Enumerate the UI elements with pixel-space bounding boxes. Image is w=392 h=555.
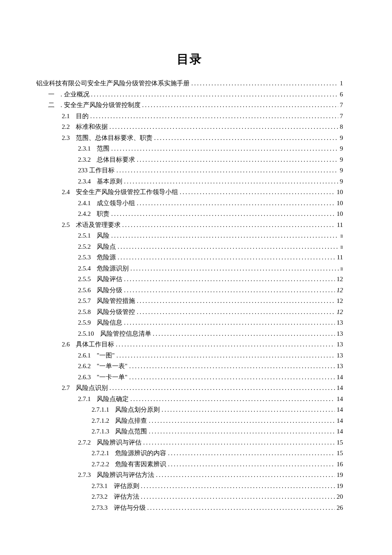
toc-entry-label: 风险信息 — [97, 320, 122, 326]
toc-entry-number: 2.2 — [62, 124, 76, 130]
toc-entry-label: 风险点识别 — [76, 385, 108, 391]
toc-entry-page: 14 — [335, 385, 343, 391]
toc-leader-dots — [122, 178, 338, 185]
toc-leader-dots — [121, 222, 335, 228]
toc-entry-label: "一卡一单" — [97, 374, 127, 381]
toc-leader-dots — [129, 265, 339, 272]
toc-entry-number: 2.4 — [62, 189, 76, 195]
toc-entry-label: 范围 — [97, 145, 110, 152]
toc-entry-page: 12 — [335, 287, 343, 293]
toc-entry-number: 2.5.3 — [78, 254, 97, 261]
toc-entry-label: 评估方法 — [114, 494, 139, 500]
toc-entry-label: 标准和依据 — [76, 124, 108, 130]
toc-entry-page: 10 — [335, 200, 343, 206]
toc-leader-dots — [135, 309, 335, 315]
toc-entry-number: 2.5.8 — [78, 309, 97, 315]
toc-entry-number: 2.3.4 — [78, 178, 97, 185]
toc-entry-number: 2.5.1 — [78, 232, 97, 239]
toc-leader-dots — [129, 396, 335, 402]
toc-entry: 2.7.2.1危险源辨识的内容15 — [36, 450, 343, 456]
toc-entry-page: 19 — [335, 472, 343, 478]
toc-leader-dots — [146, 505, 335, 511]
toc-entry-label: 范围、总体目标要求、职责 — [76, 135, 153, 141]
toc-entry: 2.5.4危险源识别Il — [36, 265, 343, 272]
toc-leader-dots — [135, 200, 335, 206]
toc-entry-label: 风险管控信息清单 — [100, 331, 151, 337]
toc-entry-number: 2.5.7 — [78, 298, 97, 304]
toc-leader-dots — [116, 244, 339, 250]
toc-entry-label: 风险点 — [97, 244, 116, 250]
toc-leader-dots — [115, 352, 335, 359]
toc-entry-number: 2.5 — [62, 222, 76, 228]
toc-entry: 铝业科技有限公司安全生产风险分级管控体系实施手册1 — [36, 80, 343, 87]
toc-entry-label: . 安全生产风险分级管控制度 — [61, 102, 141, 108]
toc-entry-label: 风险辨识与评估方法 — [97, 472, 154, 478]
toc-entry-number: 2.4.1 — [78, 200, 97, 206]
toc-entry: 2.5.9风险信息13 — [36, 320, 343, 326]
toc-entry: 2.7.1.2风险点排查14 — [36, 418, 343, 424]
toc-leader-dots — [139, 483, 335, 489]
toc-entry: 2.3范围、总体目标要求、职责9 — [36, 135, 343, 141]
toc-entry: 2.6.1"一图"13 — [36, 352, 343, 359]
toc-entry-label: 风险点划分原则 — [115, 407, 160, 413]
toc-entry-label: . 企业概况 — [61, 91, 89, 98]
toc-entry-number: 2.6.1 — [78, 352, 97, 359]
toc-entry: 2.7.2.2危险有害因素辨识16 — [36, 461, 343, 468]
toc-entry-label: 评估与分级 — [114, 505, 146, 511]
toc-leader-dots — [141, 439, 335, 446]
toc-leader-dots — [122, 320, 335, 326]
toc-entry-label: 风险 — [97, 232, 110, 239]
toc-leader-dots — [135, 157, 338, 163]
toc-entry-number: 2.1 — [62, 113, 76, 119]
toc-entry-label: 危险源辨识的内容 — [115, 450, 166, 456]
toc-entry-page: 14 — [335, 418, 343, 424]
toc-entry-label: 风险辨识与评估 — [97, 439, 141, 446]
toc-entry-label: 危险源 — [97, 254, 116, 261]
toc-entry: 一. 企业概况6 — [36, 91, 343, 98]
toc-entry-number: 2.7 — [62, 385, 76, 391]
toc-entry: 2.6.3"一卡一单"14 — [36, 374, 343, 381]
toc-entry-page: 9 — [338, 157, 343, 163]
toc-entry-label: 风险分级 — [97, 287, 122, 293]
toc-entry-label: 风险点范围 — [115, 428, 147, 435]
toc-entry: 2.4.2职责10 — [36, 211, 343, 217]
toc-entry-number: 2.73.2 — [92, 494, 114, 500]
toc-entry-page: 14 — [335, 396, 343, 402]
toc-entry-number: 2.5.6 — [78, 287, 97, 293]
toc-entry-number: 2.7.1.3 — [92, 428, 115, 435]
toc-leader-dots — [127, 374, 335, 381]
toc-entry-number: 一 — [48, 91, 61, 98]
toc-entry-label: 风险评估 — [97, 276, 122, 282]
toc-entry: 2.5.6风险分级12 — [36, 287, 343, 293]
toc-leader-dots — [108, 124, 338, 130]
toc-entry-page: 13 — [335, 331, 343, 337]
toc-entry-label: 风险点确定 — [97, 396, 129, 402]
toc-container: 铝业科技有限公司安全生产风险分级管控体系实施手册1一. 企业概况6二. 安全生产… — [36, 80, 343, 511]
toc-entry-page: 16 — [335, 461, 343, 468]
toc-leader-dots — [190, 80, 338, 87]
toc-entry-label: 风险管控措施 — [97, 298, 135, 304]
toc-leader-dots — [139, 494, 335, 500]
toc-entry: 2.5.1风险Il — [36, 232, 343, 239]
toc-entry: 2.4安全生产风险分级管控工作领导小组10 — [36, 189, 343, 195]
toc-entry-page: 19 — [335, 483, 343, 489]
toc-entry: 2.2标准和依据8 — [36, 124, 343, 130]
toc-entry-page: 15 — [335, 439, 343, 446]
toc-entry-label: 铝业科技有限公司安全生产风险分级管控体系实施手册 — [36, 80, 190, 87]
toc-entry-page: 11 — [335, 254, 343, 261]
toc-entry-label: 目的 — [76, 113, 89, 119]
toc-entry-page: 9 — [338, 135, 343, 141]
toc-entry-page: 13 — [335, 320, 343, 326]
toc-entry: 2.3.4基本原则9 — [36, 178, 343, 185]
toc-entry-label: 安全生产风险分级管控工作领导小组 — [76, 189, 178, 195]
toc-entry-label: "一单一表" — [97, 363, 127, 369]
toc-entry-page: 9 — [338, 167, 343, 174]
toc-entry: 2.5.3危险源11 — [36, 254, 343, 261]
toc-entry-label: 危险有害因素辨识 — [115, 461, 166, 468]
toc-title: 目录 — [36, 51, 343, 67]
toc-entry-page: 10 — [335, 211, 343, 217]
toc-leader-dots — [116, 254, 335, 261]
toc-entry-label: 成立领导小组 — [97, 200, 135, 206]
toc-entry-number: 2.3 — [62, 135, 76, 141]
toc-entry-label: 233 工作目标 — [78, 167, 115, 174]
